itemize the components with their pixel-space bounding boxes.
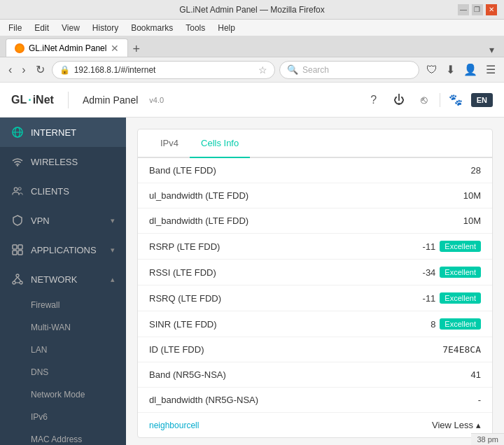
menu-bookmarks[interactable]: Bookmarks [125, 22, 178, 34]
settings-icon[interactable]: 🐾 [446, 90, 465, 110]
url-bar[interactable]: 🔒 192.168.8.1/#/internet ☆ [52, 61, 275, 79]
firefox-icon [15, 43, 24, 53]
account-icon[interactable]: 👤 [461, 62, 480, 78]
network-submenu: Firewall Multi-WAN LAN DNS Network Mode … [0, 294, 126, 445]
row-value: 28 [471, 165, 481, 176]
view-less-label: View Less [432, 420, 473, 430]
sidebar-sub-ipv6[interactable]: IPv6 [0, 406, 126, 428]
content-area: IPv4 Cells Info Band (LTE FDD) 28 ul_ban… [126, 118, 504, 445]
browser-tab-bar: GL.iNet Admin Panel ✕ + ▾ [0, 36, 504, 57]
row-label: RSSI (LTE FDD) [149, 267, 423, 278]
close-button[interactable]: ✕ [486, 4, 497, 15]
menu-icon[interactable]: ☰ [483, 62, 498, 78]
table-row: dl_bandwidth (LTE FDD) 10M [138, 209, 492, 234]
minimize-button[interactable]: — [458, 4, 469, 15]
sidebar-sub-macaddress[interactable]: MAC Address [0, 428, 126, 445]
window-titlebar: GL.iNet Admin Panel — Mozilla Firefox — … [0, 0, 504, 20]
row-label: ID (LTE FDD) [149, 344, 442, 355]
row-value: 41 [471, 369, 481, 380]
new-tab-button[interactable]: + [128, 42, 144, 57]
sidebar-applications-label: APPLICATIONS [31, 245, 104, 255]
admin-panel-label: Admin Panel [83, 94, 138, 106]
svg-line-13 [14, 277, 18, 281]
row-label: Band (LTE FDD) [149, 165, 471, 176]
sidebar-item-network[interactable]: NETWORK ▴ [0, 264, 126, 294]
excellent-badge: Excellent [440, 318, 481, 330]
tab-overflow-button[interactable]: ▾ [485, 43, 498, 57]
table-row: Band (LTE FDD) 28 [138, 158, 492, 183]
sidebar-item-applications[interactable]: APPLICATIONS ▾ [0, 235, 126, 264]
browser-tab-label: GL.iNet Admin Panel [29, 43, 106, 53]
view-less-button[interactable]: View Less ▴ [432, 420, 481, 430]
excellent-badge: Excellent [440, 292, 481, 304]
network-icon [11, 273, 24, 285]
table-row: RSRP (LTE FDD) -11 Excellent [138, 234, 492, 260]
browser-tab[interactable]: GL.iNet Admin Panel ✕ [6, 38, 128, 57]
row-value-with-badge: -11 Excellent [423, 241, 481, 252]
forward-button[interactable]: › [19, 62, 28, 78]
sidebar-sub-lan[interactable]: LAN [0, 339, 126, 361]
svg-point-12 [20, 281, 22, 284]
search-box[interactable]: 🔍 Search [279, 61, 419, 79]
menu-edit[interactable]: Edit [29, 22, 55, 34]
menu-view[interactable]: View [56, 22, 85, 34]
sidebar-sub-firewall[interactable]: Firewall [0, 294, 126, 316]
vpn-arrow-icon: ▾ [111, 216, 115, 225]
download-icon[interactable]: ⬇ [443, 62, 458, 78]
excellent-badge: Excellent [440, 241, 481, 252]
menu-bar: File Edit View History Bookmarks Tools H… [0, 20, 504, 36]
excellent-badge: Excellent [440, 267, 481, 278]
sidebar-sub-networkmode[interactable]: Network Mode [0, 383, 126, 406]
menu-file[interactable]: File [3, 22, 27, 34]
sidebar-item-internet[interactable]: INTERNET [0, 118, 126, 147]
reload-button[interactable]: ↻ [33, 62, 48, 78]
sidebar-wireless-label: WIRELESS [31, 157, 115, 167]
menu-history[interactable]: History [87, 22, 124, 34]
menu-help[interactable]: Help [212, 22, 241, 34]
header-divider [68, 92, 69, 108]
tabs-row: IPv4 Cells Info [138, 129, 492, 158]
tab-close-button[interactable]: ✕ [111, 43, 119, 54]
sidebar-item-clients[interactable]: CLIENTS [0, 176, 126, 206]
row-value: -11 [423, 241, 436, 252]
maximize-button[interactable]: ❐ [472, 4, 483, 15]
svg-point-4 [14, 188, 18, 191]
bookmark-star-icon[interactable]: ☆ [258, 64, 267, 76]
svg-point-10 [16, 274, 19, 277]
menu-tools[interactable]: Tools [180, 22, 211, 34]
language-button[interactable]: EN [471, 93, 493, 107]
row-value-with-badge: -11 Excellent [423, 292, 481, 304]
svg-rect-7 [18, 245, 22, 249]
sidebar-sub-multiwan[interactable]: Multi-WAN [0, 316, 126, 339]
table-row: RSSI (LTE FDD) -34 Excellent [138, 260, 492, 285]
table-row: dl_bandwidth (NR5G-NSA) - [138, 388, 492, 412]
svg-point-3 [17, 164, 18, 166]
row-value: - [478, 395, 481, 405]
applications-arrow-icon: ▾ [111, 246, 115, 255]
sidebar-item-vpn[interactable]: VPN ▾ [0, 206, 126, 235]
sidebar-sub-dns[interactable]: DNS [0, 361, 126, 383]
card-footer: neighbourcell View Less ▴ [138, 412, 492, 437]
svg-rect-6 [13, 245, 17, 249]
shield-icon [11, 214, 24, 227]
tab-ipv4[interactable]: IPv4 [149, 129, 190, 158]
status-time: 38 pm [477, 435, 498, 444]
help-button[interactable]: ? [364, 90, 384, 110]
logout-button[interactable]: ⎋ [414, 90, 434, 110]
power-button[interactable]: ⏻ [389, 90, 409, 110]
sidebar-item-wireless[interactable]: WIRELESS [0, 147, 126, 176]
lock-icon: 🔒 [59, 65, 70, 75]
extensions-icon[interactable]: 🛡 [424, 62, 440, 78]
svg-point-5 [18, 188, 21, 190]
row-label: Band (NR5G-NSA) [149, 369, 471, 380]
sidebar: INTERNET WIRELESS [0, 118, 126, 445]
tab-cells-info[interactable]: Cells Info [190, 129, 250, 158]
table-row: SINR (LTE FDD) 8 Excellent [138, 311, 492, 337]
neighbourcell-link[interactable]: neighbourcell [149, 421, 199, 430]
row-label: SINR (LTE FDD) [149, 319, 430, 330]
network-arrow-icon: ▴ [111, 275, 115, 284]
sidebar-network-label: NETWORK [31, 274, 104, 285]
back-button[interactable]: ‹ [6, 62, 15, 78]
search-icon: 🔍 [287, 64, 298, 75]
svg-rect-9 [18, 250, 22, 255]
